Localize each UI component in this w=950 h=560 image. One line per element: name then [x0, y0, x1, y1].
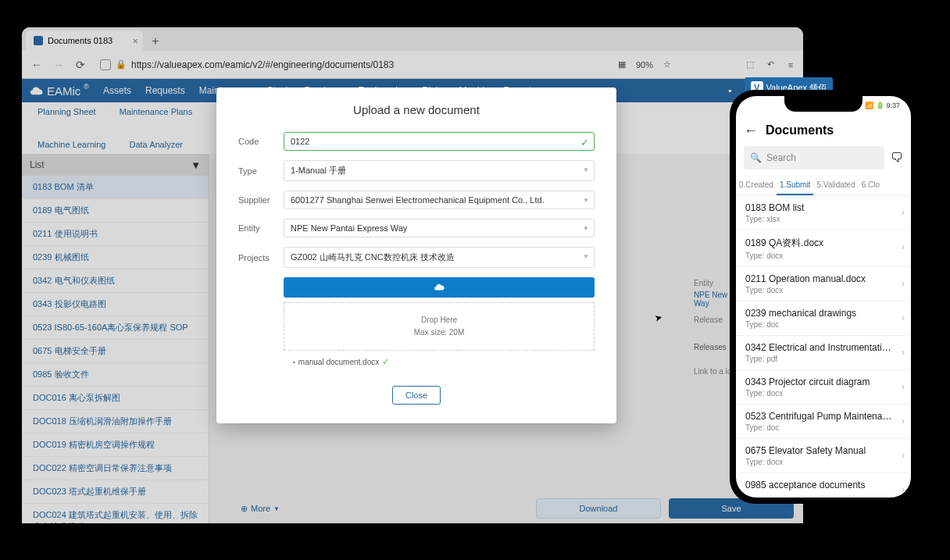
projects-label: Projects	[238, 253, 284, 262]
type-label: Type	[238, 166, 284, 176]
phone-tab-created[interactable]: 0.Created	[736, 176, 777, 195]
phone-tab-closed[interactable]: 6.Clo	[859, 176, 883, 195]
phone-list-item[interactable]: 0675 Elevator Safety ManualType: docx›	[736, 439, 911, 473]
phone-list-item[interactable]: 0343 Projector circuit diagramType: docx…	[736, 370, 911, 405]
chevron-right-icon: ›	[902, 207, 905, 218]
phone-list-item[interactable]: 0211 Operation manual.docxType: docx›	[736, 267, 911, 301]
phone-list-item[interactable]: 0523 Centrifugal Pump Maintenance Pro...…	[736, 405, 911, 439]
chevron-right-icon: ›	[902, 381, 905, 392]
chevron-right-icon: ›	[902, 484, 905, 495]
chevron-right-icon: ›	[902, 416, 905, 426]
max-size-text: Max size: 20M	[284, 326, 594, 339]
caret-icon: ▼	[583, 197, 589, 204]
type-select[interactable]: 1-Manual 手册 ▼	[284, 160, 595, 181]
phone-search-input[interactable]: 🔍 Search	[744, 146, 884, 169]
phone-notch	[784, 96, 862, 112]
phone-list: 0183 BOM listType: xlsx› 0189 QA资料.docxT…	[736, 196, 911, 498]
phone-title: Documents	[766, 123, 834, 137]
code-input[interactable]: 0122 ✓	[284, 132, 595, 151]
chevron-right-icon: ›	[902, 347, 905, 358]
chevron-right-icon: ›	[902, 241, 905, 252]
caret-icon: ▼	[583, 225, 589, 232]
entity-label: Entity	[238, 223, 284, 233]
close-button[interactable]: Close	[392, 386, 441, 405]
upload-button[interactable]	[284, 277, 595, 298]
caret-icon: ▼	[583, 253, 589, 260]
phone-list-item[interactable]: 0239 mechanical drawingsType: doc›	[736, 301, 911, 336]
chevron-right-icon: ›	[902, 450, 905, 461]
phone-frame: 📶 🔋 9:37 ← Documents 🔍 Search 🗨 0.Create…	[730, 90, 917, 504]
phone-back-icon[interactable]: ←	[744, 123, 758, 139]
cloud-upload-icon	[434, 282, 445, 293]
entity-select[interactable]: NPE New Pantai Express Way ▼	[284, 219, 595, 237]
file-name: manual document.docx	[298, 358, 379, 366]
phone-tab-submit[interactable]: 1.Submit	[777, 176, 813, 195]
search-icon: 🔍	[750, 152, 762, 163]
drop-zone[interactable]: Drop Here Max size: 20M	[284, 302, 595, 351]
upload-modal: Upload a new document Code 0122 ✓ Type 1…	[216, 87, 616, 423]
phone-tab-validated[interactable]: 5.Validated	[813, 176, 858, 195]
supplier-label: Supplier	[238, 195, 284, 205]
code-label: Code	[238, 137, 284, 146]
chevron-right-icon: ›	[902, 278, 905, 289]
caret-icon: ▼	[583, 166, 589, 173]
attached-file: • manual document.docx ✓	[293, 357, 595, 367]
phone-tabs: 0.Created 1.Submit 5.Validated 6.Clo	[736, 176, 911, 196]
supplier-select[interactable]: 6001277 Shanghai Senwei Electromechanica…	[284, 191, 595, 209]
calendar-icon[interactable]: 🗨	[891, 151, 903, 165]
phone-header: ← Documents	[736, 115, 911, 146]
projects-select[interactable]: GZ002 山崎马扎克 CNC数控机床 技术改造 ▼	[284, 247, 595, 268]
phone-list-item[interactable]: 0189 QA资料.docxType: docx›	[736, 230, 911, 267]
valid-check-icon: ✓	[580, 137, 589, 148]
phone-list-item[interactable]: 0183 BOM listType: xlsx›	[736, 196, 911, 230]
phone-list-item[interactable]: 0985 acceptance documents›	[736, 473, 911, 498]
drop-here-text: Drop Here	[284, 314, 594, 326]
phone-screen: 📶 🔋 9:37 ← Documents 🔍 Search 🗨 0.Create…	[736, 96, 911, 498]
phone-list-item[interactable]: 0342 Electrical and Instrumentation Dra.…	[736, 336, 911, 370]
search-placeholder: Search	[766, 152, 796, 163]
chevron-right-icon: ›	[902, 312, 905, 323]
upload-ok-icon: ✓	[382, 357, 389, 367]
status-time: 📶 🔋 9:37	[865, 102, 900, 109]
modal-title: Upload a new document	[238, 103, 595, 116]
